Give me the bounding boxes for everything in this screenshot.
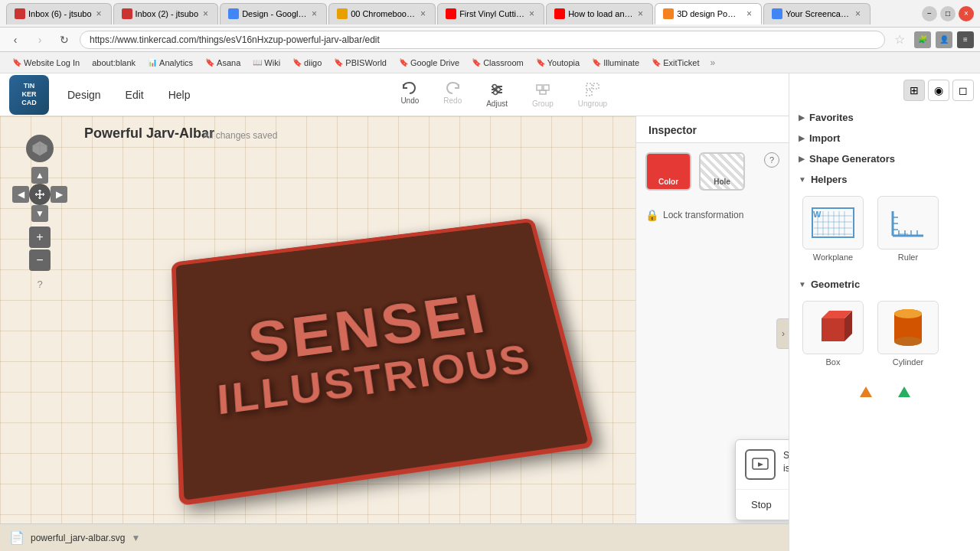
bookmark-pbisworld[interactable]: 🔖PBISWorld	[328, 57, 393, 69]
adjust-button[interactable]: Adjust	[480, 78, 514, 111]
file-dropdown-arrow[interactable]: ▼	[131, 533, 140, 543]
svg-point-0	[493, 85, 497, 89]
cylinder-label: Cylinder	[874, 357, 942, 367]
tab-close-screencast[interactable]: ×	[854, 8, 862, 19]
browser-tab-howto[interactable]: How to load and...×	[546, 3, 653, 24]
menu-design[interactable]: Design	[61, 86, 107, 104]
tab-label-tinkercad: 3D design Power...	[677, 9, 742, 18]
back-button[interactable]: ‹	[6, 31, 24, 49]
tab-favicon-tinkercad	[663, 8, 674, 19]
bookmark-analytics[interactable]: 📊Analytics	[142, 57, 199, 69]
favorites-section-header[interactable]: ▶ Favorites	[789, 107, 980, 128]
lock-transformation-toggle[interactable]: 🔒 Lock transformation	[645, 209, 779, 221]
bookmark-exitticket[interactable]: 🔖ExitTicket	[645, 57, 705, 69]
pan-up-button[interactable]: ▲	[31, 167, 48, 184]
tab-close-design[interactable]: ×	[310, 8, 318, 19]
forward-button[interactable]: ›	[31, 31, 49, 49]
box-shape-item[interactable]: Box	[799, 301, 867, 367]
shapes-3d-tab[interactable]: ◉	[928, 80, 949, 101]
bookmarks-overflow[interactable]: »	[707, 57, 718, 68]
redo-button[interactable]: Redo	[437, 78, 468, 111]
shape-generators-section-header[interactable]: ▶ Shape Generators	[789, 148, 980, 169]
bookmark-wiki[interactable]: 📖Wiki	[247, 57, 286, 69]
bookmark-asana[interactable]: 🔖Asana	[199, 57, 247, 69]
browser-tab-gmail2[interactable]: Inbox (2) - jtsubo×	[113, 3, 219, 24]
import-section-header[interactable]: ▶ Import	[789, 128, 980, 148]
ruler-shape-item[interactable]: mm Ruler	[874, 196, 942, 262]
refresh-button[interactable]: ↻	[55, 31, 74, 49]
hole-swatch-button[interactable]: Hole	[699, 152, 745, 191]
browser-tab-chromebook[interactable]: 00 Chromebook ...×	[328, 3, 436, 24]
extensions-icon[interactable]: 🧩	[914, 31, 931, 48]
browser-tab-tinkercad[interactable]: 3D design Power...×	[655, 3, 762, 24]
cylinder-shape-item[interactable]: Cylinder	[874, 301, 942, 367]
svg-marker-37	[822, 318, 844, 341]
bookmark-youtopia[interactable]: 🔖Youtopia	[530, 57, 586, 69]
cylinder-preview	[877, 301, 939, 354]
ungroup-button[interactable]: Ungroup	[572, 78, 613, 111]
bookmark-google-drive[interactable]: 🔖Google Drive	[393, 57, 466, 69]
inspector-help-icon[interactable]: ?	[764, 152, 779, 168]
bookmark-icon: 🔖	[592, 58, 601, 67]
screencastify-icon	[745, 449, 776, 480]
svg-point-44	[894, 337, 922, 346]
bookmark-star-icon[interactable]: ☆	[891, 32, 908, 47]
group-button[interactable]: Group	[526, 78, 560, 111]
browser-toolbar-icons: 🧩 👤 ≡	[914, 31, 974, 48]
browser-tab-gmail1[interactable]: Inbox (6) - jtsubo×	[6, 3, 112, 24]
shapes-flat-tab[interactable]: ◻	[952, 80, 974, 101]
tab-close-chromebook[interactable]: ×	[419, 8, 427, 19]
browser-tab-screencast[interactable]: Your Screencast...×	[763, 3, 871, 24]
nav-help-icon[interactable]: ?	[37, 279, 42, 290]
tab-close-tinkercad[interactable]: ×	[745, 8, 753, 19]
zoom-out-button[interactable]: −	[29, 249, 51, 271]
workplane-shape-item[interactable]: W Workplane	[799, 196, 867, 262]
pan-down-button[interactable]: ▼	[31, 205, 48, 222]
cube-nav-icon	[31, 139, 49, 158]
bookmark-label: Website Log In	[24, 58, 80, 67]
menu-help[interactable]: Help	[162, 86, 197, 104]
minimize-button[interactable]: −	[922, 6, 937, 21]
zoom-controls: + −	[29, 227, 51, 271]
undo-button[interactable]: Undo	[394, 78, 425, 111]
menu-icon[interactable]: ≡	[957, 31, 974, 48]
tab-close-vinyl[interactable]: ×	[528, 8, 536, 19]
workplane-preview: W	[802, 196, 864, 249]
triangle-shape-preview	[858, 385, 874, 400]
tab-favicon-screencast	[772, 8, 782, 19]
zoom-in-button[interactable]: +	[29, 227, 51, 248]
bookmark-about-blank[interactable]: about:blank	[86, 57, 142, 69]
browser-tab-vinyl[interactable]: First Vinyl Cutting...×	[437, 3, 544, 24]
tab-close-gmail2[interactable]: ×	[201, 8, 210, 19]
bookmark-website-log-in[interactable]: 🔖Website Log In	[6, 57, 86, 69]
helpers-section-header[interactable]: ▼ Helpers	[789, 169, 980, 190]
file-icon: 📄	[9, 530, 24, 545]
browser-tab-design[interactable]: Design - Google ...×	[220, 3, 327, 24]
maximize-button[interactable]: □	[940, 6, 956, 21]
menu-edit[interactable]: Edit	[119, 86, 150, 104]
ruler-preview: mm	[877, 196, 939, 249]
geometric-section-header[interactable]: ▼ Geometric	[789, 274, 980, 295]
bookmark-illuminate[interactable]: 🔖Illuminate	[586, 57, 645, 69]
bookmark-icon: 🔖	[399, 58, 408, 67]
tab-close-gmail1[interactable]: ×	[95, 8, 103, 19]
bookmark-classroom[interactable]: 🔖Classroom	[466, 57, 530, 69]
shapes-grid-tab[interactable]: ⊞	[903, 80, 925, 101]
stop-sharing-button[interactable]: Stop	[745, 496, 778, 514]
url-input[interactable]	[80, 31, 885, 49]
3d-navigate-button[interactable]	[26, 135, 54, 162]
color-swatch-button[interactable]: Color	[645, 152, 691, 191]
tab-favicon-gmail2	[122, 8, 132, 19]
tinkercad-logo[interactable]: TIN KER CAD	[9, 75, 49, 115]
profile-icon[interactable]: 👤	[936, 31, 952, 48]
tab-close-howto[interactable]: ×	[636, 8, 645, 19]
geometric-shape-grid: Box Cylinder	[789, 295, 980, 379]
svg-text:mm: mm	[898, 231, 909, 238]
bookmark-diigo[interactable]: 🔖diigo	[286, 57, 328, 69]
pan-center-button[interactable]	[29, 184, 51, 205]
pan-right-button[interactable]: ▶	[51, 186, 67, 203]
tab-favicon-chromebook	[337, 8, 348, 19]
pan-left-button[interactable]: ◀	[12, 186, 29, 203]
bookmark-icon: 🔖	[472, 58, 481, 67]
close-button[interactable]: ×	[959, 6, 974, 21]
